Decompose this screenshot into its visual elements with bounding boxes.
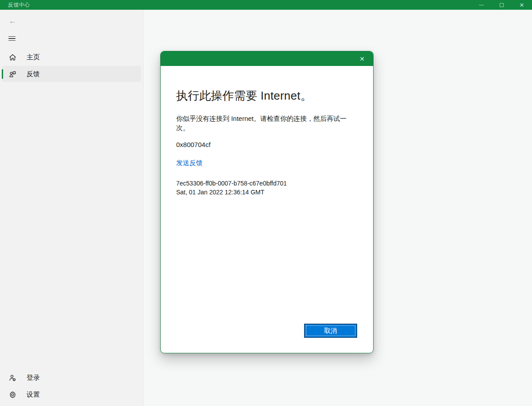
feedback-icon	[9, 70, 16, 78]
sidebar-item-label: 设置	[27, 391, 40, 399]
close-icon: ✕	[359, 56, 365, 62]
sidebar-nav: 主页 反馈	[0, 48, 143, 83]
selection-indicator	[2, 69, 3, 79]
sidebar-spacer	[0, 83, 143, 369]
sidebar-item-label: 反馈	[27, 70, 40, 78]
window-controls: ✕	[471, 0, 532, 10]
dialog-button-row: 取消	[176, 324, 357, 338]
sidebar: ← 主页	[0, 10, 143, 406]
dialog-header: ✕	[161, 51, 373, 66]
dialog-title: 执行此操作需要 Internet。	[176, 88, 357, 104]
home-icon	[9, 54, 16, 61]
sidebar-item-label: 登录	[27, 374, 40, 382]
dialog-content: 执行此操作需要 Internet。 你似乎没有连接到 Internet。请检查你…	[161, 66, 373, 353]
sidebar-item-label: 主页	[27, 53, 40, 62]
window-title: 反馈中心	[8, 1, 30, 9]
maximize-icon	[500, 3, 504, 7]
feedback-hub-window: 反馈中心 ✕ ←	[0, 0, 532, 406]
titlebar: 反馈中心 ✕	[0, 0, 532, 10]
back-button[interactable]: ←	[0, 12, 143, 30]
cancel-button-label: 取消	[324, 327, 337, 334]
dialog-message: 你似乎没有连接到 Internet。请检查你的连接，然后再试一次。	[176, 114, 357, 132]
send-feedback-link[interactable]: 发送反馈	[176, 159, 203, 167]
diagnostic-info: 7ec53306-ff0b-0007-b758-c67e0bffd701 Sat…	[176, 179, 357, 197]
close-window-button[interactable]: ✕	[512, 0, 532, 10]
error-code: 0x800704cf	[176, 141, 357, 148]
internet-required-dialog: ✕ 执行此操作需要 Internet。 你似乎没有连接到 Internet。请检…	[160, 51, 374, 353]
dialog-close-button[interactable]: ✕	[358, 54, 366, 63]
sidebar-item-home[interactable]: 主页	[2, 49, 141, 65]
menu-toggle-button[interactable]	[0, 30, 143, 47]
sidebar-item-feedback[interactable]: 反馈	[2, 66, 141, 82]
sidebar-item-signin[interactable]: 登录	[2, 370, 141, 386]
minimize-button[interactable]	[471, 0, 491, 10]
error-guid: 7ec53306-ff0b-0007-b758-c67e0bffd701	[176, 179, 357, 188]
sidebar-item-settings[interactable]: 设置	[2, 387, 141, 402]
close-icon: ✕	[520, 2, 524, 8]
error-timestamp: Sat, 01 Jan 2022 12:36:14 GMT	[176, 188, 357, 197]
gear-icon	[9, 391, 16, 398]
sidebar-footer: 登录 设置	[0, 369, 143, 406]
back-arrow-icon: ←	[8, 16, 16, 26]
person-add-icon	[9, 374, 16, 382]
hamburger-icon	[8, 36, 15, 37]
minimize-icon	[479, 5, 484, 5]
cancel-button[interactable]: 取消	[304, 324, 357, 338]
maximize-button[interactable]	[491, 0, 512, 10]
